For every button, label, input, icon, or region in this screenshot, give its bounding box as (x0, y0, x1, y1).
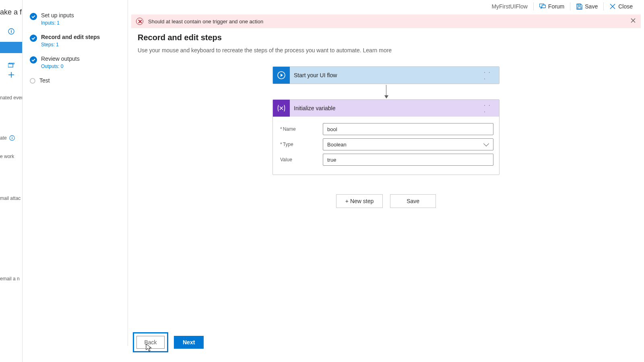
variable-icon (273, 100, 290, 117)
name-field-label: Name (279, 126, 323, 132)
wizard-step-test[interactable]: Test (23, 73, 128, 88)
wizard-step-title: Test (39, 77, 50, 84)
close-label: Close (618, 2, 633, 10)
flow-name[interactable]: MyFirstUIFlow (486, 2, 533, 10)
forum-label: Forum (548, 2, 564, 10)
peek-text-2: e work (0, 154, 14, 159)
card-menu-button[interactable]: · · · (484, 70, 495, 81)
connector-arrow (386, 85, 386, 99)
wizard-step-sub: Inputs: 1 (41, 20, 74, 26)
start-flow-card[interactable]: Start your UI flow · · · (272, 66, 500, 84)
wizard-step-sub: Outputs: 0 (41, 64, 80, 69)
flow-canvas: Start your UI flow · · · Initialize vari… (128, 66, 644, 208)
page-subtitle-text: Use your mouse and keyboard to recreate … (138, 47, 363, 53)
svg-rect-7 (12, 137, 12, 137)
page-title: Record and edit steps (138, 33, 634, 42)
start-card-title: Start your UI flow (290, 72, 484, 78)
close-icon (609, 3, 616, 10)
circle-icon (30, 78, 35, 84)
wizard-step-inputs[interactable]: Set up inputs Inputs: 1 (23, 8, 128, 30)
wizard-step-title: Record and edit steps (41, 34, 100, 40)
wizard-step-title: Review outputs (41, 56, 80, 62)
check-icon (30, 56, 37, 64)
new-step-button[interactable]: + New step (336, 194, 383, 208)
next-button[interactable]: Next (174, 336, 204, 349)
error-banner: Should at least contain one trigger and … (131, 14, 641, 28)
peek-info-icon (0, 23, 23, 39)
peek-text-1-label: ate (0, 135, 7, 141)
check-icon (30, 13, 37, 20)
forum-icon (539, 3, 546, 10)
wizard-sidebar: Set up inputs Inputs: 1 Record and edit … (23, 0, 128, 346)
forum-button[interactable]: Forum (534, 2, 570, 10)
peek-text-0: nated even (0, 95, 24, 101)
wizard-step-title: Set up inputs (41, 12, 74, 19)
type-field-label: Type (279, 142, 323, 147)
canvas-actions: + New step Save (336, 194, 436, 208)
value-field-label: Value (279, 157, 323, 162)
init-card-title: Initialize variable (290, 105, 484, 111)
svg-rect-10 (578, 4, 580, 6)
save-icon (576, 3, 582, 10)
svg-rect-1 (11, 31, 12, 33)
back-button[interactable]: Back (136, 336, 165, 349)
peek-plus-icon[interactable] (0, 67, 23, 83)
initialize-variable-card[interactable]: Initialize variable · · · Name Type Bool… (272, 99, 500, 175)
content-area: MyFirstUIFlow Forum Save Close (128, 0, 644, 362)
close-button-top[interactable]: Close (604, 2, 638, 10)
svg-rect-6 (12, 138, 12, 139)
page-subtitle: Use your mouse and keyboard to recreate … (138, 47, 634, 53)
chevron-down-icon (483, 141, 489, 146)
peek-text-4: email a n (0, 276, 20, 282)
type-field-select[interactable]: Boolean (323, 138, 493, 150)
card-menu-button[interactable]: · · · (484, 103, 495, 114)
svg-rect-11 (578, 7, 581, 9)
back-button-focus-ring: Back (133, 332, 168, 352)
wizard-step-record[interactable]: Record and edit steps Steps: 1 (23, 30, 128, 51)
save-button-top[interactable]: Save (570, 2, 604, 10)
learn-more-link[interactable]: Learn more (363, 47, 392, 53)
peek-text-1: ate (0, 135, 15, 141)
name-field-input[interactable] (323, 123, 493, 135)
type-field-value: Boolean (327, 142, 347, 148)
editor-panel: Set up inputs Inputs: 1 Record and edit … (22, 0, 644, 362)
wizard-step-sub: Steps: 1 (41, 42, 100, 47)
top-bar: MyFirstUIFlow Forum Save Close (128, 0, 644, 13)
check-icon (30, 35, 37, 42)
heading-area: Record and edit steps Use your mouse and… (128, 28, 644, 56)
background-peek: ake a flo nated even ate e work mail att… (0, 0, 23, 362)
svg-rect-2 (11, 30, 12, 31)
peek-selected-row (0, 42, 23, 53)
error-icon (136, 18, 143, 25)
value-field-input[interactable] (323, 154, 493, 166)
peek-text-3: mail attac (0, 195, 21, 201)
save-button-canvas[interactable]: Save (390, 194, 436, 208)
dismiss-alert-button[interactable] (630, 18, 637, 24)
save-label: Save (585, 2, 598, 10)
wizard-nav: Back Next (133, 332, 204, 352)
wizard-step-outputs[interactable]: Review outputs Outputs: 0 (23, 51, 128, 73)
svg-rect-9 (542, 5, 545, 8)
error-text: Should at least contain one trigger and … (148, 19, 263, 25)
play-icon (273, 67, 290, 84)
